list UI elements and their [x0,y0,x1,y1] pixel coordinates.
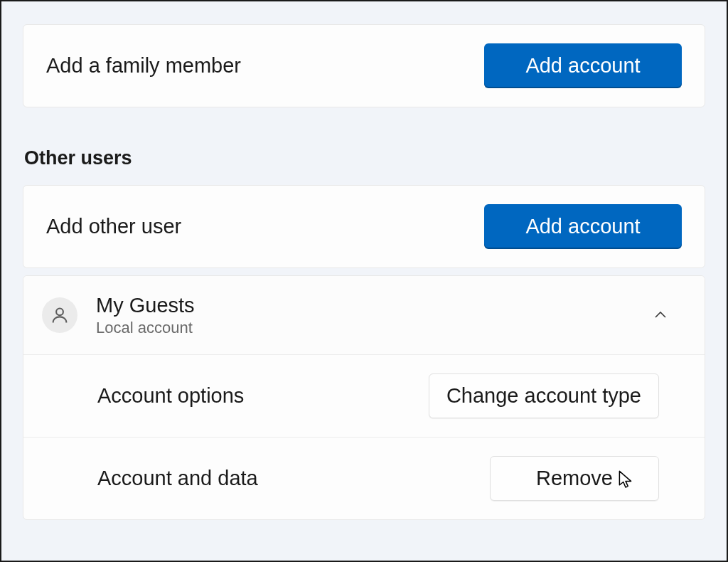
account-options-label: Account options [97,384,244,408]
person-icon [50,305,70,325]
user-account-type: Local account [96,319,652,337]
other-users-heading: Other users [24,147,705,169]
add-other-user-card: Add other user Add account [23,185,705,268]
add-family-member-card: Add a family member Add account [23,24,705,107]
add-other-user-row: Add other user Add account [23,186,705,267]
add-other-account-button[interactable]: Add account [484,204,682,249]
user-header-row[interactable]: My Guests Local account [23,276,705,354]
user-avatar [42,297,77,333]
account-and-data-row: Account and data Remove [23,437,705,519]
add-family-member-row: Add a family member Add account [23,25,705,107]
account-options-row: Account options Change account type [23,354,705,437]
add-family-member-label: Add a family member [46,54,241,78]
chevron-up-icon [652,307,669,324]
change-account-type-button[interactable]: Change account type [429,373,659,418]
user-name: My Guests [96,293,652,318]
remove-account-button[interactable]: Remove [490,456,659,501]
svg-point-0 [56,308,63,315]
add-family-account-button[interactable]: Add account [484,43,682,88]
add-other-user-label: Add other user [46,215,181,238]
user-card: My Guests Local account Account options … [23,275,705,520]
account-and-data-label: Account and data [97,467,258,490]
user-info: My Guests Local account [96,293,652,337]
